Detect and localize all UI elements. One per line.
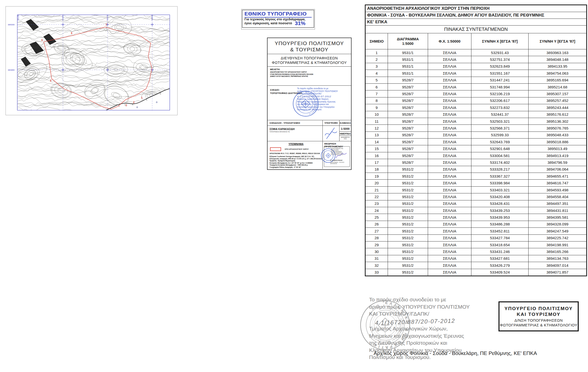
table-cell: 3894198.991 <box>529 241 587 248</box>
table-cell: 532106.219 <box>471 90 529 97</box>
table-cell: 9531/1 <box>388 49 428 56</box>
legend-title: ΥΠΟΜΝΗΜΑ <box>270 143 322 146</box>
table-cell: 20 <box>365 180 388 186</box>
coordinates-table: ΑΝΑΟΡΙΟΘΕΤΗΣΗ ΑΡΧΑΙΟΛΟΓΙΚΟΥ ΧΩΡΟΥ ΣΤΗΝ Π… <box>365 5 587 276</box>
table-cell: 9528/7 <box>388 159 428 166</box>
title-block: ΥΠΟΥΡΓΕΙΟ ΠΟΛΙΤΙΣΜΟΥ & ΤΟΥΡΙΣΜΟΥ ΔΙΕΥΘΥΝ… <box>267 38 352 170</box>
table-cell: ΣΕΛΛΙΑ <box>428 49 471 56</box>
grid-label-top: 531150 <box>17 15 19 21</box>
signature-label: ΥΠΟΓΡΑΦΗ <box>323 120 340 126</box>
scale-label: ΚΛΙΜΑΚΑ <box>340 120 351 126</box>
text-line: Κεντρικός Μεσημβρινός λο = 24° 00' 00" μ… <box>270 162 322 164</box>
table-row: 19531/1ΣΕΛΛΙΑ532931.433893963.163 <box>365 49 587 56</box>
dept-line1: ΥΠΟΥΡΓΕΙΟ ΠΟΛΙΤΙΣΜΟΥ <box>499 306 578 311</box>
date-value: ΔΕΚΕΜΒΡΙΟΣ 2011 <box>340 136 351 140</box>
table-cell: 533439.953 <box>471 214 529 221</box>
table-cell: 9531/2 <box>388 241 428 248</box>
table-cell: 9531/1 <box>388 63 428 70</box>
table-row: 89528/7ΣΕΛΛΙΑ532206.6173895257.452 <box>365 97 587 104</box>
table-cell: 531551.167 <box>471 70 529 77</box>
table-cell: 532273.832 <box>471 104 529 111</box>
reduction-percent: 31% <box>295 20 305 26</box>
legend-item-label: ΟΡΙΟ ΑΡΧΑΙΟΛΟΓΙΚΟΥ ΧΩΡΟΥ <box>285 148 309 150</box>
table-cell: 3894225.742 <box>529 234 587 241</box>
table-cell: ΣΕΛΛΙΑ <box>428 139 471 145</box>
table-cell: ΣΕΛΛΙΑ <box>428 152 471 159</box>
table-row: 219531/2ΣΕΛΛΙΑ533403.3213894593.498 <box>365 186 587 193</box>
table-cell: 3894097.014 <box>529 262 587 269</box>
study-lines: ΑΝΑΟΡΙΟΘΕΤΗΣΗ ΤΟΥ ΑΡΧΑΙΟΛΟΓΙΚΟΥ ΧΩΡΟΥΣΤΗ… <box>270 71 351 78</box>
table-row: 329531/2ΣΕΛΛΙΑ533426.2793894097.014 <box>365 262 587 269</box>
table-cell: 3893963.163 <box>529 49 587 56</box>
table-cell: 9528/7 <box>388 104 428 111</box>
table-cell: 19 <box>365 173 388 180</box>
table-cell: ΣΕΛΛΙΑ <box>428 83 471 90</box>
department-stamp-box: ΥΠΟΥΡΓΕΙΟ ΠΟΛΙΤΙΣΜΟΥ ΚΑΙ ΤΟΥΡΙΣΜΟΥ Δ/ΝΣΗ… <box>498 301 579 331</box>
table-cell: 9528/7 <box>388 145 428 152</box>
table-cell: ΣΕΛΛΙΑ <box>428 180 471 186</box>
table-cell: ΣΕΛΛΙΑ <box>428 132 471 138</box>
table-cell: 9531/2 <box>388 262 428 269</box>
table-cell: 9531/2 <box>388 200 428 207</box>
table-row: 159528/7ΣΕΛΛΙΑ532901.6483895013.49 <box>365 145 587 152</box>
scale-value: 1:5000 <box>340 126 351 132</box>
grid-label-left: 3895350 <box>8 24 15 26</box>
text-line: ΠΡΟΪΣΤΑΜΕΝΟΣ ΤΗΣ ΔΙΕΥΘΥΝΣΗΣ <box>331 148 349 151</box>
table-cell: 3895018.886 <box>529 139 587 145</box>
table-cell: 18 <box>365 166 388 173</box>
table-cell: 7 <box>365 90 388 97</box>
table-cell: ΣΕΛΛΙΑ <box>428 200 471 207</box>
table-cell: 533431.246 <box>471 248 529 255</box>
table-cell: 531447.241 <box>471 77 529 83</box>
table-cell: 533367.327 <box>471 173 529 180</box>
table-row: 109528/7ΣΕΛΛΙΑ532441.373895176.612 <box>365 111 587 118</box>
table-row: 69528/7ΣΕΛΛΙΑ531748.9943895214.68 <box>365 83 587 90</box>
table-cell: ΣΕΛΛΙΑ <box>428 111 471 118</box>
table-cell: 9531/2 <box>388 214 428 221</box>
table-cell: 26 <box>365 221 388 227</box>
table-cell: 533439.253 <box>471 207 529 214</box>
designer-signature-icon <box>323 126 339 141</box>
text-line: Προβολή : Εγκάρσια Μερκατορική <box>270 160 322 162</box>
design-calc-label: ΣΧΕΔΙΑΣΗ - ΥΠΟΛΟΓΙΣΜΟΙ <box>268 120 323 126</box>
table-cell: 9528/7 <box>388 77 428 83</box>
directorate-line2: ΦΩΤΟΓΡΑΜΜΕΤΡΙΑΣ & ΚΤΗΜΑΤΟΛΟΓΙΟΥ <box>268 60 351 65</box>
dept-line2: ΚΑΙ ΤΟΥΡΙΣΜΟΥ <box>499 311 578 317</box>
table-cell: ΣΕΛΛΙΑ <box>428 104 471 111</box>
ministry-round-stamp-icon: ΕΛΛΗΝΙΚΗ ΔΗΜΟΚΡΑΤΙΑ <box>292 90 319 117</box>
table-cell: 9528/7 <box>388 90 428 97</box>
table-row: 169528/7ΣΕΛΛΙΑ533004.5813894913.419 <box>365 152 587 159</box>
ministry-title-line2: & ΤΟΥΡΙΣΜΟΥ <box>268 46 351 53</box>
table-cell: 21 <box>365 186 388 193</box>
topographic-map-sheet: 1 2 3 4 5 6 7 531150 531650 532150 53265… <box>6 6 178 115</box>
table-cell: 9528/7 <box>388 97 428 104</box>
text-line: Γεωγραφικό Πλάτος Αναφοράς : 0° 00' 00" <box>270 166 322 169</box>
table-cell: 533004.581 <box>471 152 529 159</box>
table-subtitle: ΠΙΝΑΚΑΣ ΣΥΝΤΕΤΑΓΜΕΝΩΝ <box>365 26 587 33</box>
table-cell: 9531/2 <box>388 166 428 173</box>
vertex-label: 2 <box>133 101 135 104</box>
table-cell: 533426.279 <box>471 262 529 269</box>
geodetic-reference-lines: Ελληνικό Γεωδαιτικό Σύστημα Αναφοράς 198… <box>270 156 322 169</box>
table-row: 239531/2ΣΕΛΛΙΑ533428.4313894497.351 <box>365 200 587 207</box>
approver-role: ΤΟΠΟΓΡΑΦΟΣ - ΠΟΛ/ΚΟΣ ΜΗΧΑΝΙΚΟΣ <box>330 162 349 164</box>
table-cell: 9528/7 <box>388 125 428 132</box>
archaeological-boundary: 1 2 3 4 5 6 7 <box>41 23 152 109</box>
table-row: 79528/7ΣΕΛΛΙΑ532106.2193895307.157 <box>365 90 587 97</box>
table-row: 139528/7ΣΕΛΛΙΑ532599.333895048.433 <box>365 132 587 138</box>
table-cell: 533398.984 <box>471 180 529 186</box>
table-cell: 532503.321 <box>471 118 529 125</box>
column-header-diagram: ΔΙΑΓΡΑΜΜΑ 1:5000 <box>388 33 428 49</box>
table-row: 49531/1ΣΕΛΛΙΑ531551.1673894754.063 <box>365 70 587 77</box>
table-cell: ΣΕΛΛΙΑ <box>428 269 471 276</box>
svg-text:ΕΛΛΗΝΙΚΗ ΔΗΜΟΚΡΑΤΙΑ: ΕΛΛΗΝΙΚΗ ΔΗΜΟΚΡΑΤΙΑ <box>306 92 318 115</box>
table-cell: 9531/2 <box>388 180 428 186</box>
table-cell: 533409.524 <box>471 269 529 276</box>
dept-line4: ΦΩΤΟΓΡΑΜΜΕΤΡΙΑΣ & ΚΤΗΜΑΤΟΛΟΓΙΟΥ <box>499 323 578 327</box>
table-cell: 5 <box>365 77 388 83</box>
table-cell: 9528/7 <box>388 152 428 159</box>
table-row: 29531/1ΣΕΛΛΙΑ532751.3743894048.148 <box>365 56 587 63</box>
text-line: Τετμημένη Κεντρικού Μεσημβρινού : +500 0… <box>270 164 322 166</box>
table-cell: ΣΕΛΛΙΑ <box>428 118 471 125</box>
table-cell: ΣΕΛΛΙΑ <box>428 207 471 214</box>
